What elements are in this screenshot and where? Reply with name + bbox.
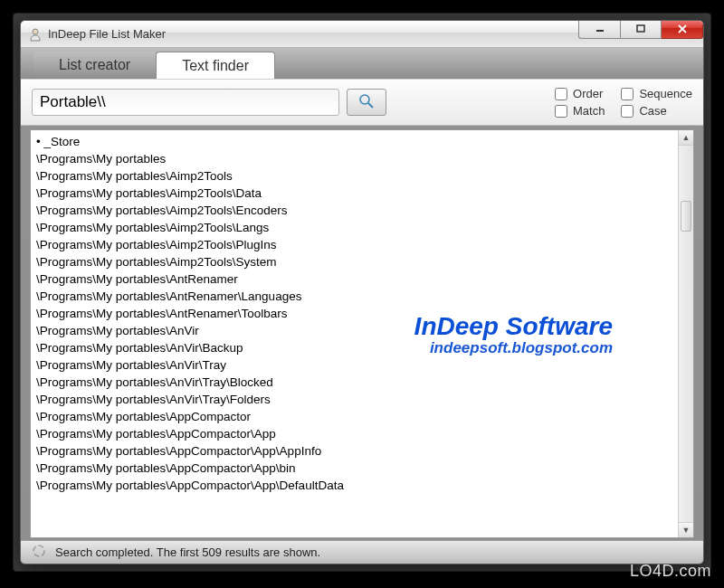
app-window: InDeep File List Maker List creator <box>20 20 704 564</box>
window-controls <box>578 20 703 39</box>
status-icon <box>32 544 46 561</box>
window-title: InDeep File List Maker <box>48 27 166 41</box>
svg-point-5 <box>33 545 44 556</box>
sequence-checkbox[interactable] <box>621 88 634 100</box>
search-icon <box>358 93 375 112</box>
list-item[interactable]: \Programs\My portables\AntRenamer\Toolba… <box>36 305 688 322</box>
list-item[interactable]: \Programs\My portables\AppCompactor <box>36 408 688 425</box>
list-item[interactable]: \Programs\My portables\AnVir\Tray <box>36 356 688 374</box>
list-item[interactable]: \Programs\My portables\AppCompactor\App\… <box>36 460 688 477</box>
list-item[interactable]: \Programs\My portables\Aimp2Tools\Encode… <box>36 202 688 219</box>
tab-text-finder[interactable]: Text finder <box>156 52 275 79</box>
tab-label: Text finder <box>182 58 249 74</box>
tab-list-creator[interactable]: List creator <box>33 52 156 79</box>
scroll-thumb[interactable] <box>681 201 691 232</box>
list-item[interactable]: \Programs\My portables\Aimp2Tools\Langs <box>36 219 688 236</box>
svg-rect-1 <box>596 30 604 32</box>
list-item[interactable]: \Programs\My portables\AppCompactor\App\… <box>36 442 688 460</box>
app-icon <box>28 27 43 42</box>
search-button[interactable] <box>347 89 386 116</box>
option-label: Case <box>639 104 666 118</box>
list-item[interactable]: \Programs\My portables\AntRenamer <box>36 270 688 288</box>
option-order[interactable]: Order <box>555 87 605 100</box>
maximize-button[interactable] <box>620 20 662 39</box>
scroll-down-icon[interactable]: ▼ <box>679 522 693 537</box>
scrollbar[interactable]: ▲ ▼ <box>678 130 693 537</box>
tab-strip: List creator Text finder <box>21 48 703 79</box>
order-checkbox[interactable] <box>555 88 567 100</box>
search-options: Order Sequence Match Case <box>555 87 692 118</box>
list-item[interactable]: \Programs\My portables\AnVir <box>36 322 688 339</box>
list-item[interactable]: • _Store <box>36 133 688 150</box>
option-label: Match <box>573 104 605 118</box>
client-area: List creator Text finder <box>21 48 703 564</box>
list-item[interactable]: \Programs\My portables\AppCompactor\App\… <box>36 477 688 494</box>
list-item[interactable]: \Programs\My portables\Aimp2Tools <box>36 167 688 185</box>
svg-point-3 <box>360 95 369 104</box>
case-checkbox[interactable] <box>621 105 634 118</box>
site-watermark: LO4D.com <box>630 562 711 581</box>
minimize-button[interactable] <box>578 20 620 39</box>
list-item[interactable]: \Programs\My portables\Aimp2Tools\PlugIn… <box>36 236 688 253</box>
list-item[interactable]: \Programs\My portables\AnVir\Backup <box>36 339 688 356</box>
option-sequence[interactable]: Sequence <box>621 87 692 100</box>
close-button[interactable] <box>662 20 703 39</box>
titlebar[interactable]: InDeep File List Maker <box>21 21 703 48</box>
match-checkbox[interactable] <box>555 105 567 118</box>
list-item[interactable]: \Programs\My portables\AnVir\Tray\Folder… <box>36 391 688 408</box>
status-bar: Search completed. The first 509 results … <box>21 540 703 564</box>
svg-point-0 <box>33 29 38 34</box>
list-item[interactable]: \Programs\My portables\AntRenamer\Langua… <box>36 288 688 305</box>
search-toolbar: Order Sequence Match Case <box>21 79 703 126</box>
list-item[interactable]: \Programs\My portables\Aimp2Tools\System <box>36 253 688 270</box>
tab-label: List creator <box>59 57 130 73</box>
svg-line-4 <box>368 103 373 108</box>
option-case[interactable]: Case <box>621 104 692 118</box>
status-text: Search completed. The first 509 results … <box>55 545 320 559</box>
results-list[interactable]: • _Store\Programs\My portables\Programs\… <box>30 129 694 538</box>
list-item[interactable]: \Programs\My portables\AnVir\Tray\Blocke… <box>36 374 688 391</box>
list-item[interactable]: \Programs\My portables <box>36 150 688 167</box>
option-label: Sequence <box>639 87 692 100</box>
option-label: Order <box>573 87 603 100</box>
results-panel: • _Store\Programs\My portables\Programs\… <box>30 129 694 538</box>
svg-rect-2 <box>637 25 644 32</box>
scroll-up-icon[interactable]: ▲ <box>679 130 693 146</box>
option-match[interactable]: Match <box>555 104 605 118</box>
list-item[interactable]: \Programs\My portables\Aimp2Tools\Data <box>36 185 688 202</box>
search-input[interactable] <box>32 89 339 116</box>
list-item[interactable]: \Programs\My portables\AppCompactor\App <box>36 425 688 442</box>
